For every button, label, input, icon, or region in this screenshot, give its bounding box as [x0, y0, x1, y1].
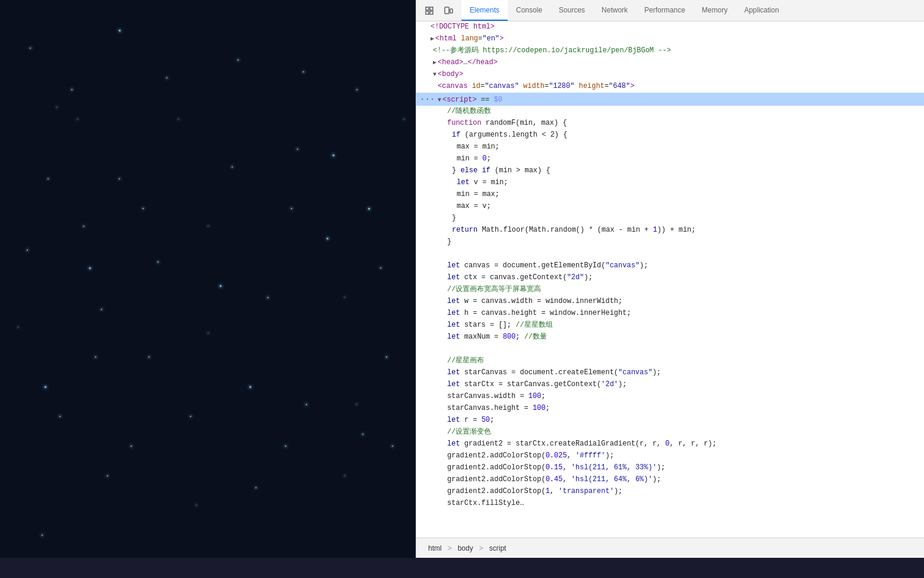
- breadcrumb-body[interactable]: body: [453, 543, 478, 554]
- code-line-let-starcanvas: let starCanvas = document.createElement(…: [416, 367, 924, 379]
- star: [255, 487, 257, 488]
- html-triangle[interactable]: [431, 36, 434, 42]
- star: [27, 249, 28, 251]
- star: [59, 416, 61, 417]
- code-line-addstop2: gradient2.addColorStop(0.15, 'hsl(211, 6…: [416, 462, 924, 474]
- code-line-let-r: let r = 50;: [416, 415, 924, 427]
- elements-panel-content[interactable]: <!DOCTYPE html> <html lang="en"> <!--参考源…: [416, 21, 924, 538]
- star: [232, 166, 233, 168]
- star: [356, 89, 357, 90]
- code-line-script-highlighted[interactable]: ··· <script> == $0: [416, 93, 924, 106]
- svg-rect-3: [430, 11, 433, 14]
- star: [30, 48, 31, 49]
- tab-application[interactable]: Application: [736, 0, 787, 21]
- breadcrumb-html[interactable]: html: [423, 543, 447, 554]
- star: [196, 505, 197, 506]
- code-line-min-zero: min = 0;: [416, 153, 924, 165]
- star: [71, 89, 72, 90]
- devtools-panel: Elements Console Sources Network Perform…: [416, 0, 924, 558]
- devtools-icon-group: [416, 2, 461, 19]
- code-line-let-stars: let stars = []; //星星数组: [416, 320, 924, 331]
- code-line-html: <html lang="en">: [416, 33, 924, 45]
- code-line-addstop3: gradient2.addColorStop(0.45, 'hsl(211, 6…: [416, 474, 924, 486]
- code-line-canvas: <canvas id="canvas" width="1280" height=…: [416, 81, 924, 93]
- star: [119, 30, 121, 31]
- body-triangle[interactable]: [433, 71, 436, 78]
- tab-sources[interactable]: Sources: [550, 0, 593, 21]
- star: [190, 416, 191, 417]
- star: [89, 267, 91, 269]
- star: [131, 446, 132, 447]
- star: [267, 297, 268, 298]
- code-line-blank1: [416, 248, 924, 260]
- tab-elements[interactable]: Elements: [461, 0, 508, 21]
- tab-memory[interactable]: Memory: [694, 0, 736, 21]
- star: [208, 226, 208, 226]
- star: [291, 208, 292, 209]
- code-line-comment-gradient: //设置渐变色: [416, 427, 924, 438]
- star: [119, 178, 120, 179]
- star: [18, 327, 18, 327]
- star: [356, 404, 357, 405]
- tab-console[interactable]: Console: [508, 0, 550, 21]
- breadcrumb-script[interactable]: script: [485, 543, 511, 554]
- device-toggle-button[interactable]: [440, 2, 457, 19]
- code-line-body: <body>: [416, 69, 924, 81]
- star: [285, 446, 286, 447]
- star: [208, 333, 208, 333]
- star: [344, 475, 345, 476]
- code-line-if-args: if (arguments.length < 2) {: [416, 130, 924, 141]
- star: [148, 356, 150, 358]
- star: [362, 434, 363, 435]
- code-line-comment: <!--参考源码 https://codepen.io/jackrugile/p…: [416, 45, 924, 57]
- breadcrumb-bar: html > body > script: [416, 538, 924, 558]
- code-line-blank2: [416, 343, 924, 355]
- star: [42, 535, 43, 536]
- code-line-let-maxnum: let maxNum = 800; //数量: [416, 331, 924, 343]
- code-line-comment-starcanvas: //星星画布: [416, 355, 924, 367]
- code-line-starcanvas-w: starCanvas.width = 100;: [416, 391, 924, 403]
- code-line-min-max: min = max;: [416, 189, 924, 201]
- tab-performance[interactable]: Performance: [636, 0, 694, 21]
- code-line-max-v: max = v;: [416, 201, 924, 213]
- code-line-close-func: }: [416, 236, 924, 248]
- star: [380, 267, 381, 269]
- code-line-comment-size: //设置画布宽高等于屏幕宽高: [416, 284, 924, 296]
- code-line-let-ctx: let ctx = canvas.getContext("2d");: [416, 272, 924, 284]
- star: [107, 475, 108, 476]
- star: [56, 107, 57, 108]
- svg-rect-1: [430, 7, 433, 10]
- code-line-doctype: <!DOCTYPE html>: [416, 21, 924, 33]
- script-triangle[interactable]: [438, 97, 441, 103]
- code-line-func-def: function randomF(min, max) {: [416, 118, 924, 130]
- code-line-let-canvas: let canvas = document.getElementById("ca…: [416, 260, 924, 272]
- code-line-return: return Math.floor(Math.random() * (max -…: [416, 225, 924, 236]
- star: [333, 154, 334, 156]
- devtools-tab-list: Elements Console Sources Network Perform…: [461, 0, 924, 21]
- star: [303, 71, 304, 72]
- star: [77, 119, 78, 119]
- code-line-fillstyle: starCtx.fillStyle…: [416, 498, 924, 510]
- code-line-addstop1: gradient2.addColorStop(0.025, '#ffff');: [416, 450, 924, 462]
- star: [238, 59, 239, 61]
- star: [306, 404, 307, 405]
- inspect-element-button[interactable]: [421, 2, 438, 19]
- star: [392, 446, 393, 447]
- star: [297, 149, 298, 150]
- tab-network[interactable]: Network: [593, 0, 636, 21]
- code-line-addstop4: gradient2.addColorStop(1, 'transparent')…: [416, 486, 924, 498]
- star: [95, 356, 96, 358]
- star: [143, 208, 144, 209]
- star: [166, 77, 167, 78]
- head-triangle[interactable]: [433, 59, 436, 66]
- star: [327, 238, 328, 239]
- svg-rect-0: [426, 7, 429, 10]
- star: [178, 119, 179, 119]
- star: [249, 386, 251, 388]
- star: [101, 309, 102, 310]
- star: [368, 208, 370, 210]
- star: [83, 226, 84, 227]
- code-line-comment-rand: //随机数函数: [416, 106, 924, 118]
- code-line-else-if: } else if (min > max) {: [416, 165, 924, 177]
- star: [344, 297, 345, 298]
